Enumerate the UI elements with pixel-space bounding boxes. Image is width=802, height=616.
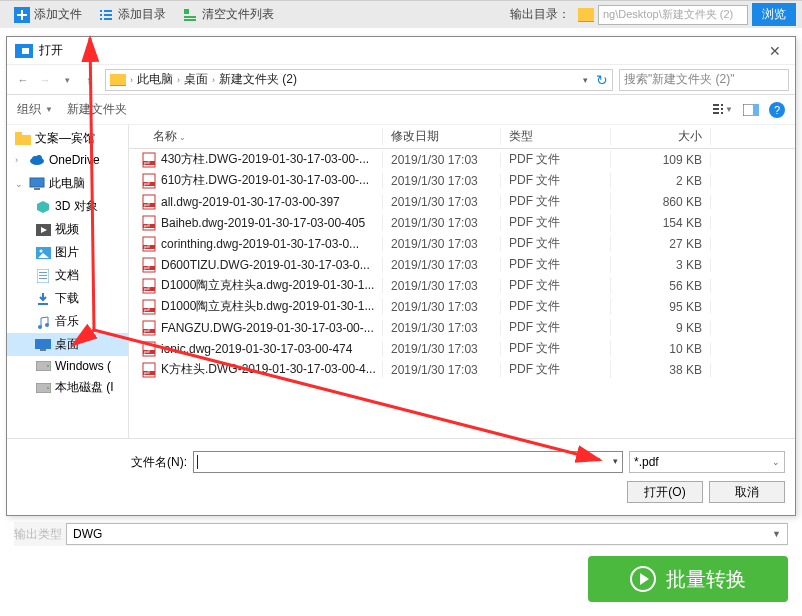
file-row[interactable]: pdfall.dwg-2019-01-30-17-03-00-3972019/1… — [129, 191, 795, 212]
file-size: 154 KB — [611, 216, 711, 230]
dialog-toolbar: 组织▼ 新建文件夹 ▼ ? — [7, 95, 795, 125]
column-type[interactable]: 类型 — [501, 128, 611, 145]
svg-rect-2 — [17, 14, 27, 16]
sidebar-item-folder[interactable]: 文案—宾馆 — [7, 127, 128, 150]
svg-rect-36 — [39, 278, 47, 279]
organize-menu[interactable]: 组织▼ — [17, 101, 53, 118]
search-input[interactable]: 搜索"新建文件夹 (2)" — [619, 69, 789, 91]
file-row[interactable]: pdfK方柱头.DWG-2019-01-30-17-03-00-4...2019… — [129, 359, 795, 380]
sidebar-item-label: 文案—宾馆 — [35, 130, 95, 147]
new-folder-button[interactable]: 新建文件夹 — [67, 101, 127, 118]
svg-text:pdf: pdf — [144, 223, 150, 228]
sidebar-item-video[interactable]: 视频 — [7, 218, 128, 241]
column-name[interactable]: 名称⌄ — [129, 128, 383, 145]
clear-list-button[interactable]: 清空文件列表 — [174, 3, 282, 26]
cube-icon — [35, 200, 51, 214]
column-size[interactable]: 大小 — [611, 128, 711, 145]
pdf-file-icon: pdf — [141, 320, 157, 336]
breadcrumb[interactable]: › 此电脑 › 桌面 › 新建文件夹 (2) ▾ ↻ — [105, 69, 613, 91]
browse-button[interactable]: 浏览 — [752, 3, 796, 26]
doc-icon — [35, 269, 51, 283]
file-type-select[interactable]: *.pdf ⌄ — [629, 451, 785, 473]
batch-convert-button[interactable]: 批量转换 — [588, 556, 788, 602]
file-name: D600TIZU.DWG-2019-01-30-17-03-0... — [161, 258, 370, 272]
sidebar-item-label: 3D 对象 — [55, 198, 98, 215]
svg-rect-4 — [104, 10, 112, 12]
svg-text:pdf: pdf — [144, 160, 150, 165]
output-type-row: 输出类型 DWG ▼ — [14, 522, 788, 546]
svg-rect-34 — [39, 272, 47, 273]
svg-rect-9 — [184, 9, 189, 14]
file-row[interactable]: pdfBaiheb.dwg-2019-01-30-17-03-00-405201… — [129, 212, 795, 233]
pdf-file-icon: pdf — [141, 362, 157, 378]
help-icon[interactable]: ? — [769, 102, 785, 118]
file-row[interactable]: pdfionic.dwg-2019-01-30-17-03-00-4742019… — [129, 338, 795, 359]
file-row[interactable]: pdfcorinthing.dwg-2019-01-30-17-03-0...2… — [129, 233, 795, 254]
sidebar-item-download[interactable]: 下载 — [7, 287, 128, 310]
add-file-button[interactable]: 添加文件 — [6, 3, 90, 26]
recent-dropdown[interactable]: ▾ — [57, 70, 77, 90]
view-mode-icon[interactable]: ▼ — [713, 102, 733, 118]
file-row[interactable]: pdfD1000陶立克柱头b.dwg-2019-01-30-1...2019/1… — [129, 296, 795, 317]
refresh-icon[interactable]: ↻ — [596, 72, 608, 88]
dialog-title: 打开 — [39, 42, 63, 59]
file-type: PDF 文件 — [501, 256, 611, 273]
sidebar-item-label: OneDrive — [49, 153, 100, 167]
sidebar-item-music[interactable]: 音乐 — [7, 310, 128, 333]
music-icon — [35, 315, 51, 329]
up-button[interactable]: ↑ — [79, 70, 99, 90]
file-name-input[interactable]: ▾ — [193, 451, 623, 473]
pdf-file-icon: pdf — [141, 299, 157, 315]
svg-text:pdf: pdf — [144, 307, 150, 312]
file-name: all.dwg-2019-01-30-17-03-00-397 — [161, 195, 340, 209]
pdf-file-icon: pdf — [141, 236, 157, 252]
nav-bar: ← → ▾ ↑ › 此电脑 › 桌面 › 新建文件夹 (2) ▾ ↻ 搜索"新建… — [7, 65, 795, 95]
chevron-down-icon[interactable]: ▾ — [613, 456, 618, 466]
back-button[interactable]: ← — [13, 70, 33, 90]
open-button[interactable]: 打开(O) — [627, 481, 703, 503]
file-size: 9 KB — [611, 321, 711, 335]
file-row[interactable]: pdf430方柱.DWG-2019-01-30-17-03-00-...2019… — [129, 149, 795, 170]
svg-point-31 — [39, 249, 42, 252]
output-path-field[interactable]: ng\Desktop\新建文件夹 (2) — [598, 5, 748, 25]
svg-point-38 — [38, 325, 42, 329]
file-date: 2019/1/30 17:03 — [383, 216, 501, 230]
chevron-down-icon[interactable]: ▾ — [583, 75, 588, 85]
disk-icon — [35, 381, 51, 395]
column-date[interactable]: 修改日期 — [383, 128, 501, 145]
file-type: PDF 文件 — [501, 151, 611, 168]
svg-rect-37 — [38, 303, 48, 305]
sidebar-item-desktop[interactable]: 桌面 — [7, 333, 128, 356]
download-icon — [35, 292, 51, 306]
sidebar-item-doc[interactable]: 文档 — [7, 264, 128, 287]
file-size: 3 KB — [611, 258, 711, 272]
file-row[interactable]: pdf610方柱.DWG-2019-01-30-17-03-00-...2019… — [129, 170, 795, 191]
sidebar-item-cloud[interactable]: ›OneDrive — [7, 150, 128, 170]
svg-rect-7 — [100, 18, 102, 20]
svg-rect-8 — [104, 18, 112, 20]
pdf-file-icon: pdf — [141, 257, 157, 273]
svg-rect-35 — [39, 275, 47, 276]
svg-point-24 — [36, 155, 42, 161]
folder-icon — [578, 8, 594, 22]
file-row[interactable]: pdfFANGZU.DWG-2019-01-30-17-03-00-...201… — [129, 317, 795, 338]
svg-text:pdf: pdf — [144, 286, 150, 291]
sidebar-item-disk[interactable]: 本地磁盘 (I — [7, 376, 128, 399]
sidebar-item-cube[interactable]: 3D 对象 — [7, 195, 128, 218]
preview-pane-icon[interactable] — [741, 102, 761, 118]
svg-rect-17 — [721, 112, 723, 114]
forward-button[interactable]: → — [35, 70, 55, 90]
svg-rect-19 — [753, 104, 759, 116]
sidebar-item-label: 文档 — [55, 267, 79, 284]
file-size: 56 KB — [611, 279, 711, 293]
cancel-button[interactable]: 取消 — [709, 481, 785, 503]
sidebar-item-image[interactable]: 图片 — [7, 241, 128, 264]
output-type-select[interactable]: DWG ▼ — [66, 523, 788, 545]
file-row[interactable]: pdfD600TIZU.DWG-2019-01-30-17-03-0...201… — [129, 254, 795, 275]
add-folder-button[interactable]: 添加目录 — [90, 3, 174, 26]
close-button[interactable]: ✕ — [763, 43, 787, 59]
svg-rect-13 — [713, 108, 719, 110]
sidebar-item-pc[interactable]: ⌄此电脑 — [7, 172, 128, 195]
file-row[interactable]: pdfD1000陶立克柱头a.dwg-2019-01-30-1...2019/1… — [129, 275, 795, 296]
sidebar-item-disk[interactable]: Windows ( — [7, 356, 128, 376]
